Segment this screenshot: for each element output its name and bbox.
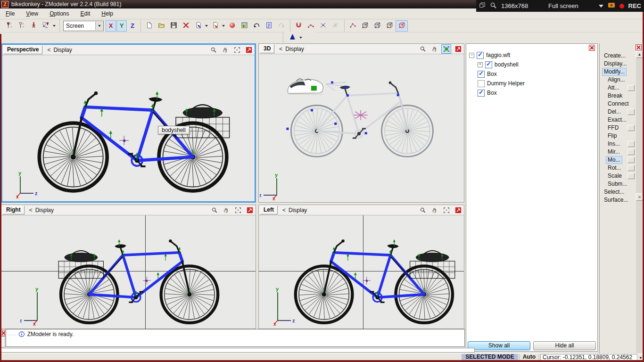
command-mo[interactable]: Mo... (600, 156, 636, 164)
window-icon[interactable] (479, 2, 486, 10)
export-button[interactable] (192, 20, 204, 32)
scroll-up-icon[interactable]: ▲ (636, 51, 643, 58)
tree-item-bodyshell[interactable]: +✓bodyshell (469, 60, 597, 69)
viewport-left[interactable]: Left<Displayyzx (258, 205, 464, 329)
magnifier-icon[interactable] (490, 2, 497, 10)
zoom-button[interactable] (209, 206, 219, 215)
maximize-button[interactable] (453, 44, 463, 54)
viewport-name-button[interactable]: Left (260, 206, 278, 214)
axis-toggle-z[interactable]: Z (127, 20, 138, 32)
command-input[interactable] (0, 348, 475, 353)
command-option-box[interactable] (627, 109, 635, 115)
delete-button[interactable] (180, 20, 192, 32)
maximize-button[interactable] (244, 45, 254, 55)
objects-mode-button[interactable] (396, 20, 408, 32)
scrollbar-grip[interactable]: ≡ (636, 193, 643, 201)
pan-button[interactable] (220, 45, 230, 55)
snap-edge-button[interactable] (317, 20, 329, 32)
viewport-menu-display[interactable]: Display (289, 207, 307, 214)
fit-button[interactable] (441, 206, 451, 215)
chevron-down-icon[interactable] (221, 21, 226, 31)
command-connect[interactable]: Connect (600, 100, 636, 108)
menu-file[interactable]: File (0, 9, 20, 18)
close-icon[interactable] (589, 45, 595, 51)
tree-item-box[interactable]: ✓Box (469, 69, 597, 79)
visibility-checkbox[interactable]: ✓ (477, 52, 484, 59)
pan-button[interactable] (221, 206, 231, 215)
command-rot[interactable]: Rot... (600, 164, 636, 172)
viewport-name-button[interactable]: Right (2, 206, 25, 214)
magnet-button[interactable] (292, 20, 305, 32)
close-icon[interactable] (636, 44, 642, 50)
tree-item-box[interactable]: ✓Box (469, 88, 597, 98)
hide-all-button[interactable]: Hide all (533, 341, 596, 350)
chevron-down-icon[interactable] (52, 21, 57, 31)
fit-button[interactable] (233, 206, 243, 215)
redo-button[interactable] (275, 20, 287, 32)
commands-scrollbar[interactable]: ▲ ≡ (636, 51, 642, 355)
axis-toggle-x[interactable]: X (106, 20, 116, 32)
zoom-button[interactable] (418, 206, 428, 215)
camera-icon[interactable] (608, 1, 615, 10)
viewport-name-button[interactable]: 3D (260, 44, 274, 53)
viewport-canvas[interactable]: yzx (1, 215, 256, 329)
command-del[interactable]: Del... (600, 108, 636, 116)
chevron-down-icon[interactable] (599, 5, 603, 8)
material-sphere-button[interactable] (226, 20, 238, 32)
collapse-arrow[interactable]: < (26, 207, 33, 214)
command-mir[interactable]: Mir... (600, 148, 636, 156)
chevron-down-icon[interactable] (204, 21, 209, 31)
tree-item-faggio-wft[interactable]: −✓faggio.wft (469, 50, 597, 60)
command-option-box[interactable] (627, 173, 635, 179)
fit-button[interactable] (232, 45, 242, 55)
axis-toggle-y[interactable]: Y (116, 20, 127, 32)
menu-help[interactable]: Help (96, 9, 119, 18)
command-scale[interactable]: Scale (600, 172, 636, 180)
command-flip[interactable]: Flip (600, 132, 636, 140)
maximize-button[interactable] (453, 206, 463, 215)
screen-mode-select[interactable]: Screen (63, 21, 104, 31)
maximize-button[interactable] (245, 206, 255, 215)
recorder-mode[interactable]: Full screen (548, 2, 578, 9)
pin-tool-button[interactable] (3, 20, 15, 32)
pin-advanced-button[interactable] (40, 20, 52, 32)
viewport-right[interactable]: Right<Displayyzx (1, 205, 256, 329)
command-ins[interactable]: Ins... (600, 140, 636, 148)
texture-browser-button[interactable] (238, 20, 250, 32)
edges-mode-button[interactable] (359, 20, 371, 32)
polygons-mode-button[interactable] (371, 20, 383, 32)
menu-view[interactable]: View (20, 9, 44, 18)
viewport-perspective[interactable]: Perspective<Displaybodyshellyzx (1, 43, 256, 203)
open-folder-button[interactable] (155, 20, 167, 32)
pan-button[interactable] (429, 44, 439, 54)
visibility-checkbox[interactable]: ✓ (478, 90, 485, 97)
visibility-checkbox[interactable]: ✓ (478, 71, 485, 78)
command-ffd[interactable]: FFD (600, 124, 636, 132)
auto-indicator[interactable]: Auto (519, 354, 539, 360)
command-option-box[interactable] (627, 165, 635, 171)
pan-button[interactable] (429, 206, 439, 215)
chevron-down-icon[interactable] (298, 33, 303, 43)
zoom-button[interactable] (208, 45, 218, 55)
zoom-button[interactable] (418, 44, 428, 54)
command-modify[interactable]: Modify... (600, 68, 636, 76)
command-subm[interactable]: Subm... (600, 180, 636, 188)
command-option-box[interactable] (627, 125, 635, 131)
show-all-button[interactable]: Show all (468, 341, 530, 350)
visibility-checkbox[interactable]: ✓ (485, 61, 492, 68)
command-option-box[interactable] (627, 157, 635, 163)
viewport-menu-display[interactable]: Display (285, 46, 304, 52)
command-surface[interactable]: Surface... (600, 196, 636, 204)
menu-edit[interactable]: Edit (75, 9, 96, 18)
snap-vertex-button[interactable] (305, 20, 317, 32)
pin-tool-alt-button[interactable] (15, 20, 27, 32)
viewport-3d[interactable]: 3D<Displayyzx (258, 43, 464, 203)
command-select[interactable]: Select... (600, 188, 636, 196)
expand-icon[interactable]: − (469, 53, 474, 58)
import-button[interactable] (209, 20, 221, 32)
viewport-menu-display[interactable]: Display (53, 47, 72, 53)
expand-icon[interactable]: + (478, 62, 483, 67)
viewport-menu-display[interactable]: Display (35, 207, 54, 214)
viewport-canvas[interactable]: bodyshellyzx (2, 55, 255, 202)
command-option-box[interactable] (627, 85, 635, 91)
